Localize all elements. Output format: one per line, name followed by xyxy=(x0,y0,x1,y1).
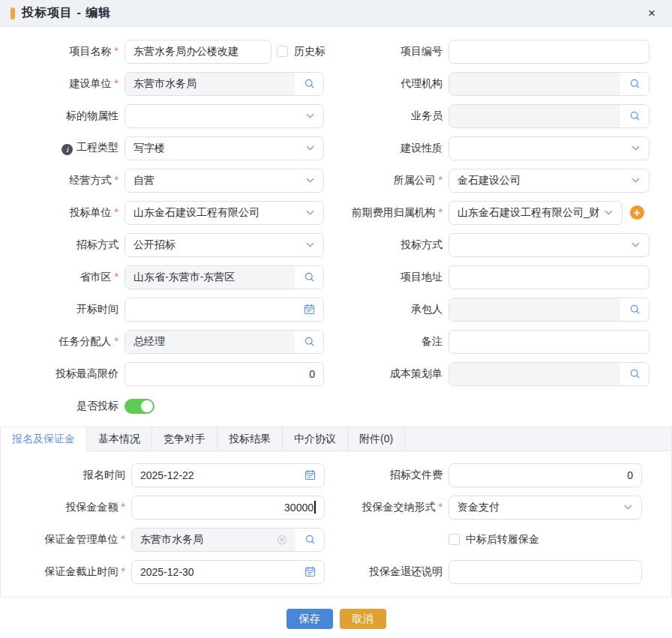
chevron-down-icon xyxy=(631,143,640,153)
clear-icon[interactable] xyxy=(277,535,287,545)
remark-input[interactable] xyxy=(448,330,650,354)
form-row: 保证金截止时间* 2025-12-30 投保金退还说明 xyxy=(1,556,671,588)
field-label: 备注 xyxy=(336,335,448,349)
field-label: 任务分配人* xyxy=(0,335,124,349)
search-icon[interactable] xyxy=(296,529,324,551)
field-label: 投保金金额* xyxy=(1,501,131,514)
search-icon[interactable] xyxy=(295,331,323,353)
chevron-down-icon xyxy=(305,111,315,121)
field-label: 是否投标 xyxy=(0,400,124,413)
tab-panel-registration-deposit: 报名时间 2025-12-22 招标文件费 0 投保金金额* 30000 xyxy=(1,451,671,597)
agency-input[interactable] xyxy=(448,72,650,96)
search-icon[interactable] xyxy=(620,73,649,95)
operation-mode-select[interactable]: 自营 xyxy=(124,169,324,193)
field-label: 承包人 xyxy=(336,303,448,316)
chevron-down-icon xyxy=(631,175,640,185)
tab-agency-agreement[interactable]: 中介协议 xyxy=(283,427,348,451)
field-label: 招标方式 xyxy=(0,238,124,252)
field-label: 招标文件费 xyxy=(336,469,448,482)
toggle-knob xyxy=(141,400,153,412)
field-label: 投保金退还说明 xyxy=(336,565,448,579)
tab-basic-info[interactable]: 基本情况 xyxy=(87,427,152,451)
accent-bar-icon xyxy=(10,7,15,19)
close-icon[interactable]: × xyxy=(648,7,656,19)
tab-registration-deposit[interactable]: 报名及保证金 xyxy=(1,427,87,451)
max-bid-price-input[interactable]: 0 xyxy=(124,362,324,386)
deposit-mgmt-unit-input[interactable]: 东营市水务局 xyxy=(131,528,325,552)
search-icon[interactable] xyxy=(295,266,323,289)
search-icon[interactable] xyxy=(620,363,649,385)
calendar-icon[interactable] xyxy=(304,469,316,481)
field-label: 开标时间 xyxy=(0,303,124,316)
region-input[interactable]: 山东省-东营市-东营区 xyxy=(124,265,324,289)
field-label: 建设单位* xyxy=(0,77,124,91)
cost-plan-input[interactable] xyxy=(448,362,650,386)
contractor-input[interactable] xyxy=(448,298,650,322)
bid-open-time-input[interactable] xyxy=(124,298,324,322)
form-row: 保证金管理单位* 东营市水务局 中标后转履保金 xyxy=(1,523,671,556)
tab-competitors[interactable]: 竞争对手 xyxy=(152,427,218,451)
field-label: 前期费用归属机构* xyxy=(336,206,448,220)
field-label: 项目地址 xyxy=(336,271,448,284)
history-bid-checkbox[interactable] xyxy=(277,46,288,57)
search-icon[interactable] xyxy=(295,73,323,95)
form-row: 任务分配人* 总经理 备注 xyxy=(0,325,672,358)
construction-nature-select[interactable] xyxy=(448,136,650,160)
cancel-button[interactable]: 取消 xyxy=(340,609,386,629)
history-bid-label: 历史标 xyxy=(294,45,326,58)
construction-unit-input[interactable]: 东营市水务局 xyxy=(124,72,324,96)
deposit-payment-form-select[interactable]: 资金支付 xyxy=(448,496,642,520)
search-icon[interactable] xyxy=(620,105,649,127)
add-expense-org-button[interactable]: + xyxy=(630,205,644,220)
tab-bid-result[interactable]: 投标结果 xyxy=(218,427,283,451)
field-label: 标的物属性 xyxy=(0,109,124,123)
subject-attribute-select[interactable] xyxy=(124,104,324,128)
deposit-deadline-input[interactable]: 2025-12-30 xyxy=(131,560,325,584)
info-icon: i xyxy=(62,144,73,155)
registration-time-input[interactable]: 2025-12-22 xyxy=(131,463,325,487)
form-row: 是否投标 xyxy=(0,390,672,422)
transfer-to-performance-bond-checkbox[interactable] xyxy=(448,534,460,545)
field-label: 成本策划单 xyxy=(336,367,448,381)
form-row: 经营方式* 自营 所属公司* 金石建设公司 xyxy=(0,164,672,196)
company-select[interactable]: 金石建设公司 xyxy=(448,169,650,193)
calendar-icon[interactable] xyxy=(304,566,316,577)
tender-method-select[interactable]: 公开招标 xyxy=(124,233,324,257)
bidding-unit-select[interactable]: 山东金石建设工程有限公司 xyxy=(124,201,324,225)
is-bidding-toggle[interactable] xyxy=(124,399,154,414)
deposit-amount-input[interactable]: 30000 xyxy=(131,496,325,520)
field-label: 代理机构 xyxy=(336,77,448,91)
tender-doc-fee-input[interactable]: 0 xyxy=(448,463,642,487)
task-assignee-input[interactable]: 总经理 xyxy=(124,330,324,354)
deposit-refund-note-input[interactable] xyxy=(448,560,642,584)
project-name-input[interactable]: 东营水务局办公楼改建 xyxy=(124,40,272,64)
field-label: i工程类型 xyxy=(0,141,124,155)
dialog-title: 投标项目 - 编辑 xyxy=(22,5,111,21)
calendar-icon[interactable] xyxy=(304,304,315,315)
bid-method-select[interactable] xyxy=(448,233,650,257)
form-row: 项目名称* 东营水务局办公楼改建 历史标 项目编号 xyxy=(0,35,672,67)
field-label: 投标单位* xyxy=(0,206,124,220)
expense-org-select[interactable]: 山东金石建设工程有限公司_财务 xyxy=(448,201,622,225)
tab-attachments[interactable]: 附件(0) xyxy=(348,427,405,451)
salesman-input[interactable] xyxy=(448,104,650,128)
project-type-select[interactable]: 写字楼 xyxy=(124,136,324,160)
dialog-titlebar: 投标项目 - 编辑 × xyxy=(0,0,672,27)
field-label: 投标最高限价 xyxy=(0,367,124,381)
form-row: 标的物属性 业务员 xyxy=(0,100,672,132)
form-row: 开标时间 承包人 xyxy=(0,293,672,325)
search-icon[interactable] xyxy=(620,298,649,321)
field-label: 建设性质 xyxy=(336,142,448,155)
field-label: 报名时间 xyxy=(1,469,131,482)
field-label: 投保金交纳形式* xyxy=(336,501,448,514)
field-label: 省市区* xyxy=(0,271,124,284)
field-label: 所属公司* xyxy=(336,174,448,187)
form-row: 投保金金额* 30000 投保金交纳形式* 资金支付 xyxy=(1,491,671,523)
save-button[interactable]: 保存 xyxy=(286,609,333,629)
chevron-down-icon xyxy=(623,502,633,512)
form-row: 投标单位* 山东金石建设工程有限公司 前期费用归属机构* 山东金石建设工程有限公… xyxy=(0,196,672,229)
project-address-input[interactable] xyxy=(448,265,650,289)
chevron-down-icon xyxy=(631,240,640,250)
field-label: 项目名称* xyxy=(0,45,124,58)
project-code-input[interactable] xyxy=(448,40,650,64)
